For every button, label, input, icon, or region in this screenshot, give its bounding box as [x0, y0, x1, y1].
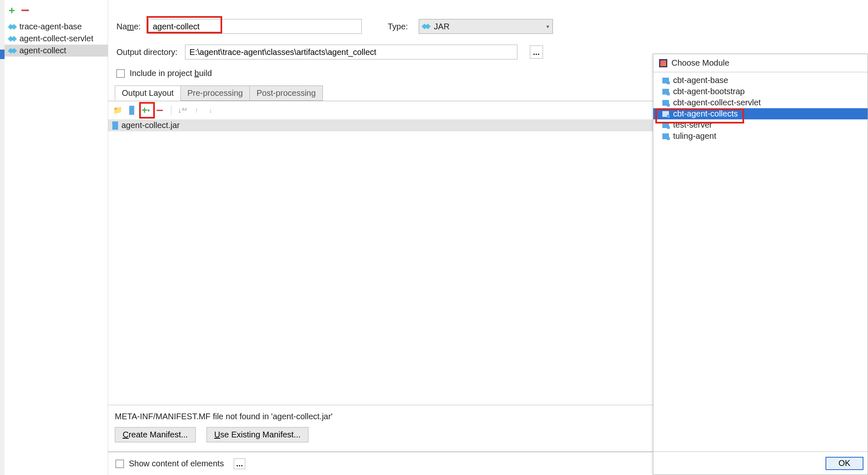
tab-pre-processing[interactable]: Pre-processing — [180, 86, 250, 101]
tree-item-label: agent-collect.jar — [121, 121, 180, 130]
show-content-checkbox[interactable] — [116, 460, 124, 468]
output-dir-label: Output directory: — [116, 48, 178, 57]
artifact-icon — [9, 47, 16, 55]
choose-module-dialog: Choose Module cbt-agent-base cbt-agent-b… — [653, 54, 868, 475]
module-item[interactable]: test-server — [653, 119, 868, 131]
editor-gutter — [0, 0, 5, 475]
show-content-options[interactable]: ... — [234, 458, 245, 469]
module-list[interactable]: cbt-agent-base cbt-agent-bootstrap cbt-a… — [653, 72, 868, 451]
module-icon — [662, 89, 669, 95]
name-input[interactable] — [148, 19, 362, 34]
move-down-icon[interactable]: ↓ — [205, 105, 216, 116]
sidebar-item-label: trace-agent-base — [19, 22, 82, 31]
sidebar-item[interactable]: trace-agent-base — [5, 21, 108, 33]
module-item[interactable]: cbt-agent-collects — [653, 108, 868, 119]
module-item[interactable]: cbt-agent-base — [653, 75, 868, 86]
gutter-selection — [0, 50, 5, 59]
include-build-checkbox[interactable] — [116, 69, 125, 78]
module-icon — [662, 133, 669, 139]
sidebar-toolbar: + − — [5, 0, 108, 21]
module-item[interactable]: cbt-agent-bootstrap — [653, 86, 868, 97]
dialog-title-bar: Choose Module — [653, 54, 868, 72]
remove-icon[interactable]: − — [154, 105, 165, 116]
type-label: Type: — [388, 22, 408, 31]
intellij-icon — [659, 59, 667, 67]
sidebar-item-label: agent-collect-servlet — [19, 34, 93, 43]
module-item[interactable]: tuling-agent — [653, 131, 868, 142]
module-icon — [662, 78, 669, 83]
show-content-label: Show content of elements — [129, 459, 224, 468]
artifacts-sidebar: + − trace-agent-base agent-collect-servl… — [5, 0, 108, 475]
dialog-footer: OK — [653, 451, 868, 475]
ok-button[interactable]: OK — [825, 457, 863, 470]
new-folder-icon[interactable]: 📁 — [112, 105, 123, 116]
module-item[interactable]: cbt-agent-collect-servlet — [653, 97, 868, 108]
tab-output-layout[interactable]: Output Layout — [115, 86, 181, 101]
dialog-title: Choose Module — [671, 58, 729, 68]
browse-button[interactable]: ... — [530, 45, 543, 59]
sort-icon[interactable]: ↓ᵃᶻ — [177, 105, 188, 116]
chevron-down-icon: ▾ — [546, 23, 549, 30]
add-copy-icon[interactable]: +▾ — [140, 105, 151, 116]
include-build-label: Include in project build — [130, 69, 212, 78]
add-artifact-icon[interactable]: + — [9, 4, 15, 17]
move-up-icon[interactable]: ↑ — [191, 105, 202, 116]
output-dir-input[interactable] — [185, 45, 517, 59]
module-icon — [662, 122, 669, 128]
type-value: JAR — [434, 22, 450, 31]
create-manifest-button[interactable]: Create Manifest... — [115, 427, 196, 442]
type-select[interactable]: JAR ▾ — [419, 19, 553, 34]
archive-icon — [112, 121, 118, 130]
artifact-icon — [9, 35, 16, 43]
name-label: Name: — [116, 22, 141, 31]
sidebar-item[interactable]: agent-collect-servlet — [5, 33, 108, 45]
sidebar-item[interactable]: agent-collect — [5, 45, 108, 57]
use-existing-manifest-button[interactable]: Use Existing Manifest... — [206, 427, 308, 442]
module-icon — [662, 111, 669, 117]
name-row: Name: Type: JAR ▾ — [108, 0, 868, 34]
module-icon — [662, 100, 669, 106]
sidebar-item-label: agent-collect — [19, 46, 66, 55]
new-archive-icon[interactable] — [126, 105, 137, 116]
jar-icon — [422, 23, 430, 30]
artifact-icon — [9, 23, 16, 31]
separator — [171, 105, 171, 115]
tab-post-processing[interactable]: Post-processing — [249, 86, 323, 101]
